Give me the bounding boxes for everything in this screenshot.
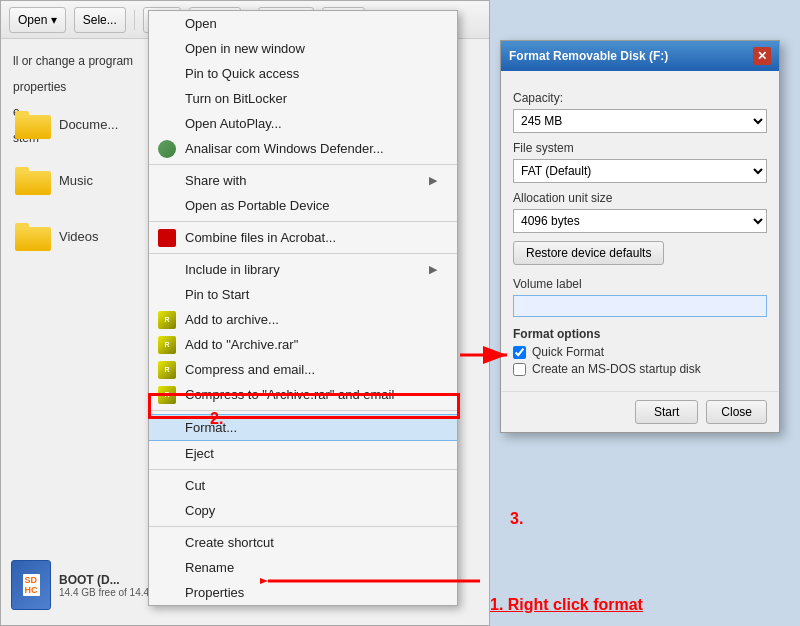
menu-pin-start-label: Pin to Start: [185, 287, 249, 302]
menu-separator-5: [149, 469, 457, 470]
menu-item-open[interactable]: Open: [149, 11, 457, 36]
volume-label-text: Volume label: [513, 277, 767, 291]
menu-share-label: Share with: [185, 173, 246, 188]
menu-item-archive[interactable]: R Add to archive...: [149, 307, 457, 332]
menu-separator-6: [149, 526, 457, 527]
menu-create-shortcut-label: Create shortcut: [185, 535, 274, 550]
menu-properties-label: Properties: [185, 585, 244, 600]
folder-label-videos: Videos: [59, 229, 99, 244]
menu-format-label: Format...: [185, 420, 237, 435]
open-button[interactable]: Open ▾: [9, 7, 66, 33]
menu-compress-rar-email-label: Compress to "Archive.rar" and email: [185, 387, 394, 402]
rar-icon-3: R: [157, 360, 177, 380]
capacity-label: Capacity:: [513, 91, 767, 105]
menu-item-acrobat[interactable]: Combine files in Acrobat...: [149, 225, 457, 250]
menu-library-arrow: ▶: [429, 263, 437, 276]
msdos-checkbox[interactable]: [513, 363, 526, 376]
context-menu: Open Open in new window Pin to Quick acc…: [148, 10, 458, 606]
step1-annotation-text: 1. Right click format: [490, 596, 643, 614]
menu-item-create-shortcut[interactable]: Create shortcut: [149, 530, 457, 555]
filesystem-label: File system: [513, 141, 767, 155]
menu-share-arrow: ▶: [429, 174, 437, 187]
format-dialog: Format Removable Disk (F:) ✕ Capacity: 2…: [500, 40, 780, 433]
menu-item-autoplay[interactable]: Open AutoPlay...: [149, 111, 457, 136]
folder-label-documents: Docume...: [59, 117, 118, 132]
select-button[interactable]: Sele...: [74, 7, 126, 33]
menu-compress-email-label: Compress and email...: [185, 362, 315, 377]
menu-separator-4: [149, 410, 457, 411]
sdcard-item[interactable]: SDHC BOOT (D... 14.4 GB free of 14.4 GB: [11, 560, 166, 610]
menu-item-rename[interactable]: Rename: [149, 555, 457, 580]
menu-item-open-new-window[interactable]: Open in new window: [149, 36, 457, 61]
folder-list: Docume... Music Videos: [1, 91, 161, 269]
close-button[interactable]: Close: [706, 400, 767, 424]
menu-separator-3: [149, 253, 457, 254]
volume-label-input[interactable]: [513, 295, 767, 317]
menu-item-eject[interactable]: Eject: [149, 441, 457, 466]
quick-format-label: Quick Format: [532, 345, 604, 359]
rar-icon-2: R: [157, 335, 177, 355]
rar-icon-4: R: [157, 385, 177, 405]
msdos-label: Create an MS-DOS startup disk: [532, 362, 701, 376]
dialog-title: Format Removable Disk (F:): [509, 49, 668, 63]
allocation-select[interactable]: 4096 bytes: [513, 209, 767, 233]
menu-item-pin-quick[interactable]: Pin to Quick access: [149, 61, 457, 86]
menu-item-defender[interactable]: Analisar com Windows Defender...: [149, 136, 457, 161]
format-options-label: Format options: [513, 327, 767, 341]
menu-item-archive-rar[interactable]: R Add to "Archive.rar": [149, 332, 457, 357]
start-button[interactable]: Start: [635, 400, 698, 424]
menu-defender-label: Analisar com Windows Defender...: [185, 141, 384, 156]
folder-label-music: Music: [59, 173, 93, 188]
menu-acrobat-label: Combine files in Acrobat...: [185, 230, 336, 245]
bottom-annotation: 1. Right click format: [490, 596, 643, 614]
folder-item-videos[interactable]: Videos: [11, 213, 151, 259]
open-label: Open ▾: [18, 13, 57, 27]
filesystem-select[interactable]: FAT (Default): [513, 159, 767, 183]
capacity-select[interactable]: 245 MB: [513, 109, 767, 133]
menu-item-library[interactable]: Include in library ▶: [149, 257, 457, 282]
restore-defaults-button[interactable]: Restore device defaults: [513, 241, 664, 265]
dialog-footer: Start Close: [501, 391, 779, 432]
menu-item-portable[interactable]: Open as Portable Device: [149, 193, 457, 218]
defender-icon: [157, 139, 177, 159]
menu-item-copy[interactable]: Copy: [149, 498, 457, 523]
dialog-body: Capacity: 245 MB File system FAT (Defaul…: [501, 71, 779, 391]
menu-autoplay-label: Open AutoPlay...: [185, 116, 282, 131]
menu-eject-label: Eject: [185, 446, 214, 461]
menu-item-compress-rar-email[interactable]: R Compress to "Archive.rar" and email: [149, 382, 457, 407]
menu-bitlocker-label: Turn on BitLocker: [185, 91, 287, 106]
menu-item-cut[interactable]: Cut: [149, 473, 457, 498]
toolbar-separator: [134, 10, 135, 30]
menu-rename-label: Rename: [185, 560, 234, 575]
menu-item-properties[interactable]: Properties: [149, 580, 457, 605]
menu-portable-label: Open as Portable Device: [185, 198, 330, 213]
folder-item-music[interactable]: Music: [11, 157, 151, 203]
rar-icon-1: R: [157, 310, 177, 330]
menu-archive-label: Add to archive...: [185, 312, 279, 327]
menu-cut-label: Cut: [185, 478, 205, 493]
acrobat-icon: [157, 228, 177, 248]
menu-pin-quick-label: Pin to Quick access: [185, 66, 299, 81]
menu-open-new-window-label: Open in new window: [185, 41, 305, 56]
folder-icon-videos: [15, 221, 51, 251]
folder-icon-documents: [15, 109, 51, 139]
menu-separator-2: [149, 221, 457, 222]
menu-item-share[interactable]: Share with ▶: [149, 168, 457, 193]
msdos-row: Create an MS-DOS startup disk: [513, 362, 767, 376]
select-label: Sele...: [83, 13, 117, 27]
menu-item-bitlocker[interactable]: Turn on BitLocker: [149, 86, 457, 111]
quick-format-row: Quick Format: [513, 345, 767, 359]
menu-copy-label: Copy: [185, 503, 215, 518]
dialog-close-x-button[interactable]: ✕: [753, 47, 771, 65]
folder-item-documents[interactable]: Docume...: [11, 101, 151, 147]
menu-separator-1: [149, 164, 457, 165]
quick-format-checkbox[interactable]: [513, 346, 526, 359]
step3-label: 3.: [510, 510, 523, 528]
sdcard-icon: SDHC: [11, 560, 51, 610]
menu-item-pin-start[interactable]: Pin to Start: [149, 282, 457, 307]
folder-icon-music: [15, 165, 51, 195]
menu-item-format[interactable]: Format...: [149, 414, 457, 441]
allocation-label: Allocation unit size: [513, 191, 767, 205]
menu-item-compress-email[interactable]: R Compress and email...: [149, 357, 457, 382]
dialog-titlebar: Format Removable Disk (F:) ✕: [501, 41, 779, 71]
